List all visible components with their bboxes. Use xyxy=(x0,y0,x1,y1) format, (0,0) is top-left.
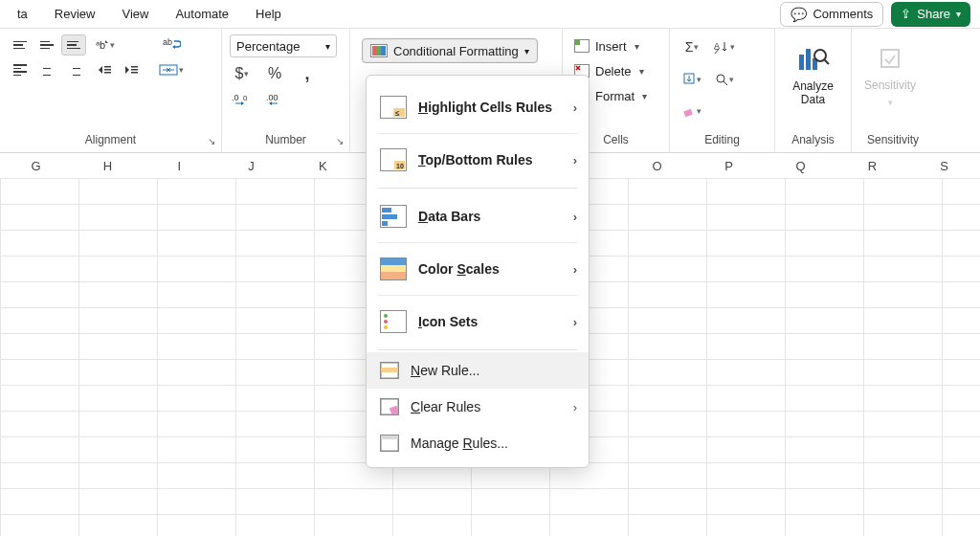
conditional-formatting-label: Conditional Formatting xyxy=(393,44,519,58)
menu-top-bottom-rules[interactable]: 10 Top/Bottom Rules › xyxy=(367,134,589,186)
autosum-button[interactable]: Σ▾ xyxy=(678,36,706,57)
dialog-launcher-icon[interactable]: ↘ xyxy=(208,136,215,146)
chevron-right-icon: › xyxy=(573,262,577,277)
sensitivity-icon xyxy=(874,44,906,73)
decrease-indent-button[interactable] xyxy=(92,59,117,80)
share-label: Share xyxy=(917,7,950,21)
col-header[interactable]: K xyxy=(287,153,359,178)
align-top-button[interactable] xyxy=(8,34,33,56)
menu-label: New Rule... xyxy=(411,363,479,378)
tab-review[interactable]: Review xyxy=(41,1,109,27)
analyze-data-button[interactable]: Analyze Data xyxy=(779,31,847,117)
col-header[interactable]: Q xyxy=(765,153,836,178)
menu-highlight-cells-rules[interactable]: ≤ Highlight Cells Rules › xyxy=(367,81,589,133)
svg-text:.00: .00 xyxy=(266,93,278,102)
menu-clear-rules[interactable]: Clear Rules › xyxy=(367,389,589,425)
col-header[interactable]: P xyxy=(693,153,765,178)
comment-icon: 💬 xyxy=(791,7,807,22)
chevron-down-icon: ▾ xyxy=(244,69,249,78)
chevron-down-icon: ▾ xyxy=(639,66,644,77)
group-label-editing: Editing xyxy=(670,129,774,152)
col-header[interactable]: J xyxy=(215,153,287,178)
svg-point-20 xyxy=(717,75,724,82)
orientation-button[interactable]: ᵃb ▾ xyxy=(92,34,117,56)
align-bottom-button[interactable] xyxy=(61,34,86,56)
find-select-button[interactable]: ▾ xyxy=(710,69,739,90)
clear-button[interactable]: ▾ xyxy=(678,100,706,122)
svg-rect-39 xyxy=(381,258,406,265)
menu-color-scales[interactable]: Color Scales › xyxy=(367,243,589,295)
col-header[interactable]: O xyxy=(621,153,693,178)
percent-format-button[interactable]: % xyxy=(262,63,287,84)
manage-rules-icon xyxy=(380,435,399,452)
col-header[interactable]: R xyxy=(836,153,908,178)
sort-filter-button[interactable]: AZ▾ xyxy=(710,36,739,57)
svg-rect-41 xyxy=(381,272,406,279)
comma-format-button[interactable]: , xyxy=(295,63,320,84)
chevron-right-icon: › xyxy=(573,315,577,329)
sensitivity-button[interactable]: Sensitivity ▾ xyxy=(856,31,924,117)
tab-automate[interactable]: Automate xyxy=(162,1,242,27)
conditional-formatting-button[interactable]: Conditional Formatting ▾ xyxy=(362,38,538,63)
chevron-down-icon: ▾ xyxy=(956,9,961,19)
tab-help[interactable]: Help xyxy=(242,1,295,27)
svg-rect-28 xyxy=(381,97,406,103)
col-header[interactable]: I xyxy=(144,153,215,178)
chevron-right-icon: › xyxy=(573,100,577,115)
number-format-select[interactable]: Percentage ▾ xyxy=(230,34,337,57)
col-header[interactable]: G xyxy=(0,153,72,178)
format-label: Format xyxy=(595,89,635,103)
wrap-text-button[interactable]: ab xyxy=(155,34,188,56)
menu-label: Color Scales xyxy=(418,261,500,277)
color-scales-icon xyxy=(380,257,407,280)
svg-point-42 xyxy=(384,314,388,318)
chevron-down-icon: ▾ xyxy=(325,41,330,52)
align-left-button[interactable] xyxy=(8,59,33,80)
menu-manage-rules[interactable]: Manage Rules... xyxy=(367,425,589,461)
chevron-down-icon: ▾ xyxy=(635,41,639,52)
clear-rules-icon xyxy=(380,398,399,415)
delete-label: Delete xyxy=(595,64,632,78)
increase-decimal-button[interactable]: .00 xyxy=(230,90,255,111)
svg-text:.0: .0 xyxy=(232,93,239,102)
align-center-button[interactable] xyxy=(34,59,59,80)
group-sensitivity: Sensitivity ▾ Sensitivity xyxy=(852,29,934,152)
group-label-sensitivity: Sensitivity xyxy=(852,129,934,152)
group-analysis: Analyze Data Analysis xyxy=(775,29,852,152)
merge-center-button[interactable]: ▾ xyxy=(155,59,188,80)
menu-new-rule[interactable]: New Rule... xyxy=(367,352,589,389)
comments-button[interactable]: 💬 Comments xyxy=(780,2,883,27)
svg-rect-40 xyxy=(381,265,406,272)
svg-text:≤: ≤ xyxy=(395,109,400,118)
group-number: Percentage ▾ $▾ % , .00 .00 Number ↘ xyxy=(222,29,350,152)
decrease-decimal-button[interactable]: .00 xyxy=(264,90,289,111)
svg-point-43 xyxy=(384,320,388,324)
svg-rect-3 xyxy=(104,72,111,74)
menu-label: Top/Bottom Rules xyxy=(418,152,533,168)
svg-point-44 xyxy=(384,325,388,329)
menu-label: Highlight Cells Rules xyxy=(418,100,552,115)
chevron-down-icon: ▾ xyxy=(110,40,115,50)
sensitivity-label: Sensitivity xyxy=(864,78,916,92)
accounting-format-button[interactable]: $▾ xyxy=(230,63,255,84)
svg-rect-22 xyxy=(799,55,804,70)
col-header[interactable]: S xyxy=(908,153,980,178)
col-header[interactable]: H xyxy=(72,153,144,178)
analyze-data-label: Analyze Data xyxy=(792,79,834,106)
dialog-launcher-icon[interactable]: ↘ xyxy=(336,136,344,146)
increase-indent-button[interactable] xyxy=(119,59,144,80)
align-middle-button[interactable] xyxy=(34,34,59,56)
svg-rect-21 xyxy=(683,109,693,117)
group-alignment: ᵃb ▾ ab xyxy=(0,29,222,152)
menu-data-bars[interactable]: Data Bars › xyxy=(367,190,589,242)
fill-button[interactable]: ▾ xyxy=(678,69,706,90)
tab-view[interactable]: View xyxy=(108,1,162,27)
align-right-button[interactable] xyxy=(61,59,86,80)
tab-data-partial[interactable]: ta xyxy=(4,1,41,27)
group-label-alignment: Alignment ↘ xyxy=(0,129,221,152)
menu-icon-sets[interactable]: Icon Sets › xyxy=(367,296,589,347)
share-button[interactable]: ⇪ Share ▾ xyxy=(891,2,970,27)
menu-label: Clear Rules xyxy=(411,399,480,414)
chevron-right-icon: › xyxy=(573,400,577,414)
insert-cells-button[interactable]: Insert ▾ xyxy=(570,34,643,57)
